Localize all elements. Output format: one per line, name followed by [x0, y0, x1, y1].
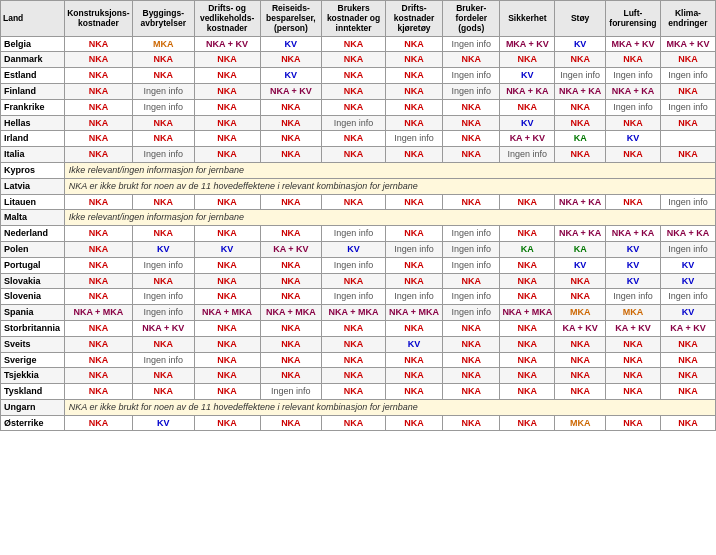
data-cell: Ingen info	[385, 241, 442, 257]
data-cell: NKA + MKA	[194, 305, 260, 321]
data-cell: KV	[605, 131, 660, 147]
land-cell: Irland	[1, 131, 65, 147]
data-cell: NKA	[260, 257, 322, 273]
data-cell: NKA	[385, 257, 442, 273]
data-cell: NKA	[194, 52, 260, 68]
table-row: PortugalNKAIngen infoNKANKAIngen infoNKA…	[1, 257, 716, 273]
data-cell: MKA	[555, 415, 606, 431]
data-cell: NKA	[64, 68, 132, 84]
data-cell: NKA	[194, 226, 260, 242]
data-cell: NKA	[605, 384, 660, 400]
data-cell: NKA	[64, 83, 132, 99]
data-cell: MKA + KV	[605, 36, 660, 52]
data-cell: NKA	[132, 226, 194, 242]
data-cell: Ingen info	[132, 305, 194, 321]
data-cell: NKA	[132, 131, 194, 147]
data-cell: MKA	[132, 36, 194, 52]
data-cell: NKA	[443, 384, 500, 400]
land-cell: Sverige	[1, 352, 65, 368]
data-cell: NKA	[322, 320, 386, 336]
col-header-klima: Klima-endringer	[660, 1, 715, 37]
table-row: HellasNKANKANKANKAIngen infoNKANKAKVNKAN…	[1, 115, 716, 131]
data-cell: NKA	[260, 147, 322, 163]
data-cell: NKA + MKA	[260, 305, 322, 321]
data-cell: NKA	[194, 194, 260, 210]
data-cell: NKA	[322, 368, 386, 384]
data-cell: MKA	[605, 305, 660, 321]
data-cell: NKA	[443, 99, 500, 115]
data-cell: NKA	[605, 52, 660, 68]
data-cell: NKA	[660, 83, 715, 99]
data-cell: NKA	[132, 336, 194, 352]
data-cell: MKA	[555, 305, 606, 321]
data-cell: NKA	[500, 226, 555, 242]
land-cell: Danmark	[1, 52, 65, 68]
data-cell: NKA	[443, 52, 500, 68]
data-cell: NKA	[64, 273, 132, 289]
data-cell: NKA	[443, 147, 500, 163]
table-row: MaltaIkke relevant/ingen informasjon for…	[1, 210, 716, 226]
data-cell: NKA	[500, 415, 555, 431]
data-cell: NKA	[605, 352, 660, 368]
data-cell: NKA	[500, 384, 555, 400]
data-cell: NKA	[443, 415, 500, 431]
table-row: ØsterrikeNKAKVNKANKANKANKANKANKAMKANKANK…	[1, 415, 716, 431]
data-cell: NKA	[660, 352, 715, 368]
land-cell: Finland	[1, 83, 65, 99]
data-cell: NKA	[194, 99, 260, 115]
table-row: PolenNKAKVKVKA + KVKVIngen infoIngen inf…	[1, 241, 716, 257]
land-cell: Latvia	[1, 178, 65, 194]
data-cell: Ingen info	[443, 83, 500, 99]
data-cell: Ingen info	[605, 99, 660, 115]
land-cell: Storbritannia	[1, 320, 65, 336]
data-cell: NKA	[64, 415, 132, 431]
data-cell: MKA + KV	[500, 36, 555, 52]
table-row: TysklandNKANKANKAIngen infoNKANKANKANKAN…	[1, 384, 716, 400]
data-cell: Ingen info	[660, 99, 715, 115]
table-row: TsjekkiaNKANKANKANKANKANKANKANKANKANKANK…	[1, 368, 716, 384]
data-cell	[660, 131, 715, 147]
data-cell: KA + KV	[500, 131, 555, 147]
data-cell: NKA	[555, 147, 606, 163]
data-cell: NKA	[260, 336, 322, 352]
data-cell: NKA	[194, 257, 260, 273]
col-header-driftsk: Drifts-kostnaderkjøretøy	[385, 1, 442, 37]
data-cell: NKA	[260, 115, 322, 131]
data-cell: NKA	[64, 99, 132, 115]
table-row: DanmarkNKANKANKANKANKANKANKANKANKANKANKA	[1, 52, 716, 68]
data-cell: NKA	[64, 147, 132, 163]
data-cell: Ingen info	[132, 147, 194, 163]
land-cell: Kypros	[1, 162, 65, 178]
table-row: SveitsNKANKANKANKANKAKVNKANKANKANKANKA	[1, 336, 716, 352]
data-cell: KV	[555, 36, 606, 52]
special-note-cell: Ikke relevant/ingen informasjon for jern…	[64, 210, 715, 226]
data-cell: NKA	[260, 415, 322, 431]
data-cell: NKA	[500, 194, 555, 210]
data-cell: NKA + MKA	[385, 305, 442, 321]
data-cell: NKA	[385, 384, 442, 400]
data-cell: Ingen info	[660, 194, 715, 210]
data-cell: NKA	[443, 352, 500, 368]
data-cell: NKA	[260, 99, 322, 115]
data-cell: NKA	[322, 131, 386, 147]
data-cell: NKA	[194, 115, 260, 131]
data-cell: KA	[555, 241, 606, 257]
special-note-cell: NKA er ikke brukt for noen av de 11 hove…	[64, 399, 715, 415]
data-cell: NKA	[443, 194, 500, 210]
data-cell: NKA	[260, 289, 322, 305]
data-cell: NKA	[260, 320, 322, 336]
land-cell: Spania	[1, 305, 65, 321]
data-cell: NKA	[322, 83, 386, 99]
table-row: IrlandNKANKANKANKANKAIngen infoNKAKA + K…	[1, 131, 716, 147]
data-cell: NKA	[64, 257, 132, 273]
data-cell: NKA	[385, 352, 442, 368]
land-cell: Estland	[1, 68, 65, 84]
data-cell: Ingen info	[322, 289, 386, 305]
col-header-brukers: Brukerskostnader oginntekter	[322, 1, 386, 37]
table-row: SverigeNKAIngen infoNKANKANKANKANKANKANK…	[1, 352, 716, 368]
data-cell: NKA	[64, 320, 132, 336]
data-cell: NKA	[322, 147, 386, 163]
data-cell: NKA	[64, 131, 132, 147]
data-cell: NKA	[500, 320, 555, 336]
data-cell: NKA	[64, 226, 132, 242]
